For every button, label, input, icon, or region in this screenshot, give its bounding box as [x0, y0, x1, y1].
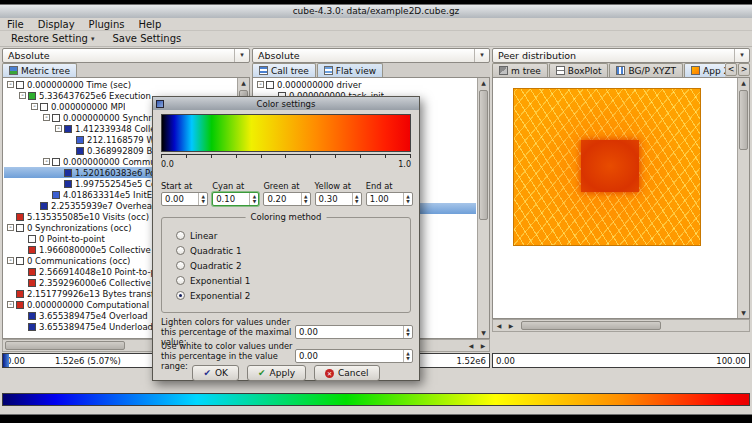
spin-arrows[interactable]: ▲▼ [352, 193, 361, 205]
tab-app[interactable]: App 256x256 [684, 63, 725, 77]
white-spinbox[interactable]: 0.00 ▲ ▼ [295, 349, 413, 363]
anchor-spinbox[interactable]: 0.10▲▼ [212, 192, 259, 206]
radio-quadratic-2[interactable]: Quadratic 2 [176, 258, 250, 273]
menu-plugins[interactable]: Plugins [82, 18, 132, 31]
dialog-titlebar[interactable]: Color settings [153, 97, 419, 110]
system-vertical-scrollbar[interactable]: ▲ ▼ [737, 78, 749, 318]
tree-item-label: 0 Synchronizations (occ) [27, 223, 132, 233]
tree-expander-icon[interactable]: - [31, 103, 38, 110]
tree-expander-icon[interactable]: - [43, 158, 50, 165]
radio-exponential-1[interactable]: Exponential 1 [176, 273, 250, 288]
scroll-up-icon[interactable]: ▲ [478, 78, 489, 88]
scrollbar-thumb[interactable] [479, 90, 488, 220]
anchor-spinbox[interactable]: 0.00▲▼ [161, 192, 208, 206]
radio-exponential-2[interactable]: Exponential 2 [176, 288, 250, 303]
system-horizontal-scrollbar[interactable]: ◀ ▶ [492, 319, 750, 332]
ok-button[interactable]: ✔ OK [192, 365, 239, 381]
tree-indent [31, 202, 38, 209]
call-value-mode-combo[interactable]: Absolute ▾ [252, 48, 490, 63]
tab-scroll-right-button[interactable]: > [738, 63, 750, 76]
apply-button[interactable]: ✔ Apply [247, 365, 306, 381]
severity-color-box-icon [16, 213, 24, 221]
severity-color-box-icon [28, 92, 36, 100]
tree-expander-icon[interactable]: - [7, 81, 14, 88]
tree-item-label: 5.336437625e6 Execution [39, 91, 151, 101]
tree-expander-icon[interactable]: - [7, 301, 14, 308]
tree-expander-icon[interactable]: - [7, 224, 14, 231]
scroll-up-icon[interactable]: ▲ [738, 78, 749, 88]
scroll-left-icon[interactable]: ◀ [493, 320, 505, 331]
radio-button-icon[interactable] [176, 261, 185, 270]
cancel-button[interactable]: ✕ Cancel [314, 365, 380, 381]
scrollbar-thumb[interactable] [739, 90, 748, 150]
topology-heatmap[interactable] [513, 88, 701, 246]
menu-file[interactable]: File [0, 18, 31, 31]
radio-label: Quadratic 1 [190, 246, 242, 256]
tree-expander-icon[interactable]: - [55, 125, 62, 132]
tree-expander-icon[interactable]: - [43, 114, 50, 121]
tab-label: Call tree [271, 66, 309, 76]
system-tabs: m treeBoxPlotBG/P XYZTApp 256x256 [492, 63, 725, 77]
tab-grid[interactable]: BG/P XYZT [609, 63, 683, 77]
lighten-spinbox[interactable]: 0.00 ▲ ▼ [295, 325, 413, 339]
spin-arrows[interactable]: ▲ ▼ [403, 326, 412, 338]
tab-system-tree[interactable]: m tree [492, 63, 548, 77]
radio-button-icon[interactable] [176, 231, 185, 240]
spin-down-icon[interactable]: ▼ [355, 199, 358, 204]
system-value-mode-combo[interactable]: Peer distribution ▾ [492, 48, 750, 63]
spin-down-icon[interactable]: ▼ [406, 356, 409, 361]
radio-quadratic-1[interactable]: Quadratic 1 [176, 243, 250, 258]
tab-scroll-left-button[interactable]: < [725, 63, 737, 76]
scroll-down-icon[interactable]: ▼ [478, 328, 489, 338]
spin-arrows[interactable]: ▲ ▼ [403, 350, 412, 362]
anchor-spinbox[interactable]: 0.20▲▼ [263, 192, 310, 206]
spin-arrows[interactable]: ▲▼ [249, 193, 258, 205]
spin-down-icon[interactable]: ▼ [406, 199, 409, 204]
tab-flat-view[interactable]: Flat view [317, 63, 383, 77]
scroll-right-icon[interactable]: ▶ [477, 340, 489, 351]
radio-button-icon[interactable] [176, 276, 185, 285]
spin-arrows[interactable]: ▲▼ [198, 193, 207, 205]
scrollbar-thumb[interactable] [5, 341, 125, 350]
spin-arrows[interactable]: ▲▼ [301, 193, 310, 205]
scroll-right-icon[interactable]: ▶ [505, 320, 517, 331]
toolbar: Restore Setting ▾ Save Settings [0, 31, 752, 47]
tree-item[interactable]: -0.000000000 driver [254, 79, 476, 90]
save-settings-button[interactable]: Save Settings [108, 32, 185, 45]
metric-tabbar: Metric tree [2, 63, 250, 78]
metric-value-mode-combo[interactable]: Absolute ▾ [2, 48, 250, 63]
spin-down-icon[interactable]: ▼ [201, 199, 204, 204]
tree-expander-icon[interactable]: - [19, 92, 26, 99]
group-title: Coloring method [246, 212, 327, 222]
tab-metric-tree[interactable]: Metric tree [2, 63, 77, 77]
scrollbar-thumb[interactable] [521, 321, 661, 330]
call-vertical-scrollbar[interactable]: ▲ ▼ [477, 78, 489, 338]
tab-boxplot[interactable]: BoxPlot [549, 63, 609, 77]
spin-down-icon[interactable]: ▼ [253, 199, 256, 204]
spin-down-icon[interactable]: ▼ [304, 199, 307, 204]
radio-button-icon[interactable] [176, 291, 185, 300]
spin-arrows[interactable]: ▲▼ [403, 193, 412, 205]
restore-setting-button[interactable]: Restore Setting ▾ [7, 32, 98, 45]
anchor-spinbox[interactable]: 0.30▲▼ [315, 192, 362, 206]
severity-color-box-icon [52, 158, 60, 166]
scroll-left-icon[interactable]: ◀ [465, 340, 477, 351]
anchor-spinbox[interactable]: 1.00▲▼ [366, 192, 413, 206]
dialog-window-icon [156, 100, 164, 108]
menu-display[interactable]: Display [31, 18, 82, 31]
radio-button-icon[interactable] [176, 246, 185, 255]
tree-item-label: 0.000000000 Time (sec) [27, 80, 131, 90]
tab-call-tree[interactable]: Call tree [252, 63, 316, 77]
radio-linear[interactable]: Linear [176, 228, 250, 243]
spin-down-icon[interactable]: ▼ [406, 332, 409, 337]
scroll-up-icon[interactable]: ▲ [238, 78, 249, 88]
tree-expander-icon[interactable]: - [257, 81, 264, 88]
menu-help[interactable]: Help [131, 18, 168, 31]
tree-expander-icon[interactable]: - [7, 257, 14, 264]
system-panel: m treeBoxPlotBG/P XYZTApp 256x256 < > ▲ … [492, 63, 750, 353]
scroll-down-icon[interactable]: ▼ [738, 308, 749, 318]
severity-color-box-icon [52, 191, 60, 199]
window-titlebar[interactable]: cube-4.3.0: data/example2D.cube.gz [0, 5, 752, 18]
tree-item[interactable]: -0.000000000 Time (sec) [4, 79, 236, 90]
anchor-label: Start at [161, 181, 208, 192]
